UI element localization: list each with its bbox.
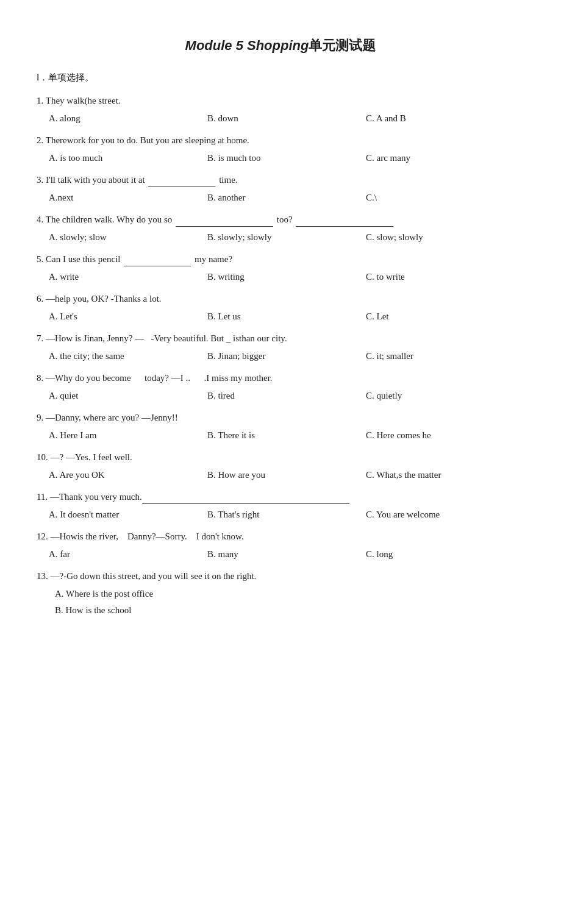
question-8: 8. —Why do you become today? —I .. .I mi… — [37, 371, 524, 404]
q9-optC: C. Here comes he — [366, 427, 524, 444]
q4-blank2 — [296, 226, 393, 227]
question-5: 5. Can I use this pencil my name? A. wri… — [37, 252, 524, 285]
question-7: 7. —How is Jinan, Jenny? — -Very beautif… — [37, 331, 524, 364]
q4-optC: C. slow; slowly — [366, 229, 524, 246]
q5-blank — [124, 266, 191, 266]
q7-optB: B. Jinan; bigger — [207, 348, 366, 364]
q9-stem: 9. —Danny, where arc you? —Jenny!! — [37, 410, 524, 425]
title-en: Module 5 Shopping — [185, 38, 309, 53]
q13-optA: A. Where is the post office — [55, 586, 524, 602]
q11-line — [142, 503, 349, 504]
q3-optA: A.next — [49, 190, 207, 206]
question-11: 11. —Thank you very much. A. It doesn't … — [37, 489, 524, 523]
q1-optA: A. along — [49, 110, 207, 127]
q1-stem: 1. They walk(he street. — [37, 93, 524, 108]
q2-stem: 2. Therework for you to do. But you are … — [37, 133, 524, 147]
question-13: 13. —?-Go down this street, and you will… — [37, 569, 524, 619]
q11-optB: B. That's right — [207, 506, 366, 523]
q4-stem: 4. The children walk. Why do you so too? — [37, 212, 524, 227]
page-title: Module 5 Shopping单元测试题 — [37, 37, 524, 55]
q12-optB: B. many — [207, 546, 366, 563]
q2-optA: A. is too much — [49, 150, 207, 166]
q5-optC: C. to write — [366, 269, 524, 285]
title-zh: 单元测试题 — [309, 38, 376, 53]
q12-optC: C. long — [366, 546, 524, 563]
q13-stem: 13. —?-Go down this street, and you will… — [37, 569, 524, 583]
q2-optB: B. is much too — [207, 150, 366, 166]
q8-stem: 8. —Why do you become today? —I .. .I mi… — [37, 371, 524, 385]
q6-optB: B. Let us — [207, 308, 366, 325]
q10-optB: B. How are you — [207, 467, 366, 483]
q11-optC: C. You are welcome — [366, 506, 524, 523]
q3-stem: 3. I'll talk with you about it at time. — [37, 172, 524, 187]
q1-optB: B. down — [207, 110, 366, 127]
q10-optC: C. What,s the matter — [366, 467, 524, 483]
q11-stem: 11. —Thank you very much. — [37, 489, 524, 504]
question-9: 9. —Danny, where arc you? —Jenny!! A. He… — [37, 410, 524, 444]
q3-blank — [148, 187, 215, 187]
q12-stem: 12. —Howis the river, Danny?—Sorry. I do… — [37, 529, 524, 544]
question-6: 6. —help you, OK? -Thanks a lot. A. Let'… — [37, 291, 524, 325]
q12-optA: A. far — [49, 546, 207, 563]
q4-optB: B. slowly; slowly — [207, 229, 366, 246]
q11-optA: A. It doesn't matter — [49, 506, 207, 523]
question-10: 10. —? —Yes. I feel well. A. Are you OK … — [37, 450, 524, 483]
q9-optA: A. Here I am — [49, 427, 207, 444]
q3-optC: C.\ — [366, 190, 524, 206]
q6-stem: 6. —help you, OK? -Thanks a lot. — [37, 291, 524, 306]
q7-optC: C. it; smaller — [366, 348, 524, 364]
q8-optC: C. quietly — [366, 388, 524, 404]
q5-stem: 5. Can I use this pencil my name? — [37, 252, 524, 266]
q5-optA: A. write — [49, 269, 207, 285]
section-header: Ⅰ．单项选择。 — [37, 72, 524, 84]
q6-optA: A. Let's — [49, 308, 207, 325]
q13-optB: B. How is the school — [55, 602, 524, 619]
q7-stem: 7. —How is Jinan, Jenny? — -Very beautif… — [37, 331, 524, 346]
q6-optC: C. Let — [366, 308, 524, 325]
question-4: 4. The children walk. Why do you so too?… — [37, 212, 524, 246]
q2-optC: C. arc many — [366, 150, 524, 166]
q4-optA: A. slowly; slow — [49, 229, 207, 246]
question-1: 1. They walk(he street. A. along B. down… — [37, 93, 524, 127]
q5-optB: B. writing — [207, 269, 366, 285]
q9-optB: B. There it is — [207, 427, 366, 444]
q10-stem: 10. —? —Yes. I feel well. — [37, 450, 524, 464]
question-3: 3. I'll talk with you about it at time. … — [37, 172, 524, 206]
q1-optC: C. A and B — [366, 110, 524, 127]
question-2: 2. Therework for you to do. But you are … — [37, 133, 524, 166]
question-12: 12. —Howis the river, Danny?—Sorry. I do… — [37, 529, 524, 563]
q10-optA: A. Are you OK — [49, 467, 207, 483]
q8-optB: B. tired — [207, 388, 366, 404]
q7-optA: A. the city; the same — [49, 348, 207, 364]
q8-optA: A. quiet — [49, 388, 207, 404]
q3-optB: B. another — [207, 190, 366, 206]
q4-blank — [176, 226, 273, 227]
